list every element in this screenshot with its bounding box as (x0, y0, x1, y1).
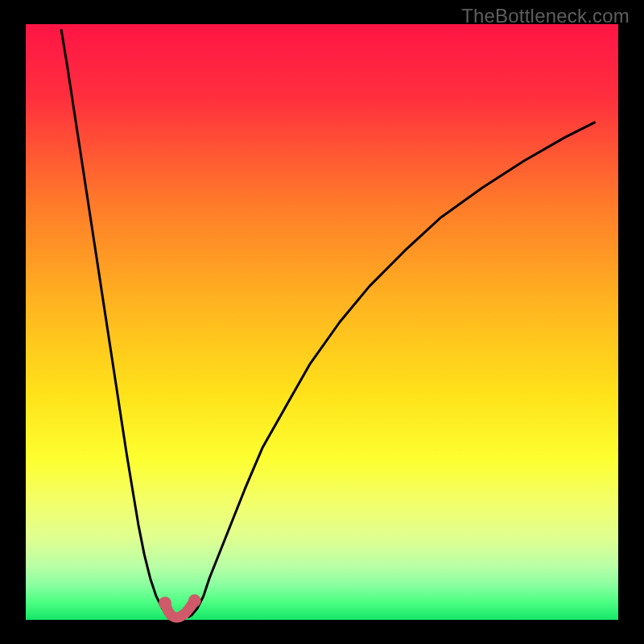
plot-background (26, 24, 618, 620)
bottleneck-chart (0, 0, 644, 644)
highlight-dot-left (159, 597, 171, 609)
chart-svg (0, 0, 644, 644)
watermark-text: TheBottleneck.com (461, 5, 630, 27)
highlight-dot-right (188, 594, 201, 607)
